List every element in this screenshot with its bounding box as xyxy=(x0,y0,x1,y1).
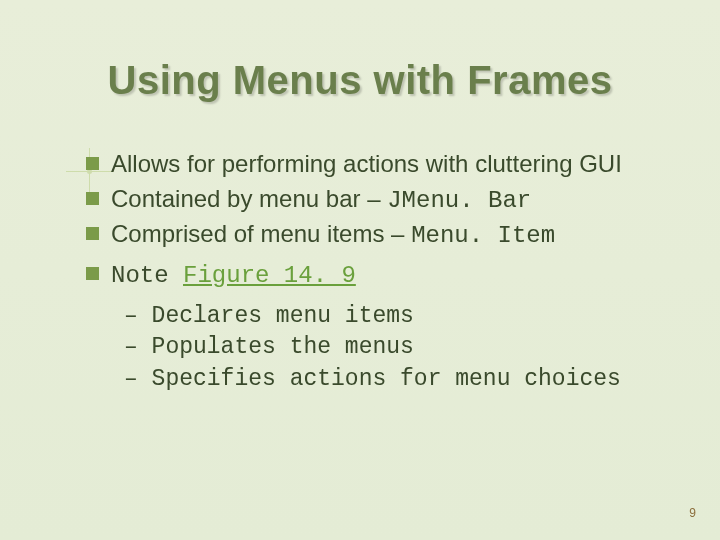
note-pre: Note xyxy=(111,262,183,289)
bullet-text: Contained by menu bar – JMenu. Bar xyxy=(111,183,680,216)
slide-title: Using Menus with Frames xyxy=(0,58,720,103)
bullet-text-pre: Allows for performing actions with clutt… xyxy=(111,150,622,177)
slide: Using Menus with Frames Allows for perfo… xyxy=(0,0,720,540)
bullet-text: Note Figure 14. 9 xyxy=(111,258,680,291)
bullet-square-icon xyxy=(86,192,99,205)
sub-bullet-item: Populates the menus xyxy=(124,332,680,364)
bullet-item: Comprised of menu items – Menu. Item xyxy=(86,218,680,251)
sub-bullet-item: Specifies actions for menu choices xyxy=(124,364,680,396)
sub-bullet-block: Declares menu items Populates the menus … xyxy=(124,301,680,396)
bullet-square-icon xyxy=(86,157,99,170)
sub-bullet-item: Declares menu items xyxy=(124,301,680,333)
sub-bullet-text: Populates the menus xyxy=(152,334,414,360)
bullet-text: Comprised of menu items – Menu. Item xyxy=(111,218,680,251)
bullet-item-note: Note Figure 14. 9 xyxy=(86,258,680,291)
bullet-text-pre: Comprised of menu items – xyxy=(111,220,411,247)
bullet-text-pre: Contained by menu bar – xyxy=(111,185,387,212)
bullet-text-mono: Menu. Item xyxy=(411,222,555,249)
bullet-text: Allows for performing actions with clutt… xyxy=(111,148,680,181)
bullet-item: Allows for performing actions with clutt… xyxy=(86,148,680,181)
bullet-square-icon xyxy=(86,227,99,240)
bullet-item: Contained by menu bar – JMenu. Bar xyxy=(86,183,680,216)
bullet-square-icon xyxy=(86,267,99,280)
sub-bullet-text: Declares menu items xyxy=(152,303,414,329)
slide-body: Allows for performing actions with clutt… xyxy=(86,148,680,396)
sub-bullet-text: Specifies actions for menu choices xyxy=(152,366,621,392)
page-number: 9 xyxy=(689,506,696,520)
figure-link[interactable]: Figure 14. 9 xyxy=(183,262,356,289)
bullet-text-mono: JMenu. Bar xyxy=(387,187,531,214)
